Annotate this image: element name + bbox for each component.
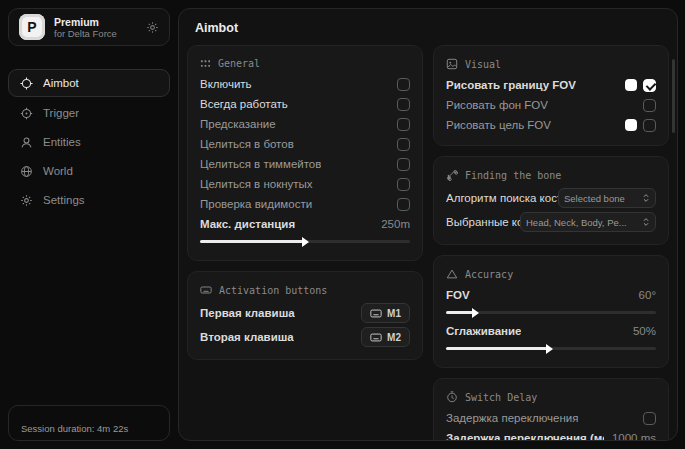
timer-icon <box>446 391 458 403</box>
setting-label: Макс. дистанция <box>200 218 295 230</box>
product-logo: P <box>19 14 45 40</box>
setting-row: Алгоритм поиска костей Selected bone <box>446 186 656 210</box>
sidebar-item-label: Settings <box>43 194 85 206</box>
setting-label: Включить <box>200 78 252 90</box>
setting-row: Предсказание <box>200 114 410 134</box>
target-bots-checkbox[interactable] <box>397 138 410 151</box>
enable-checkbox[interactable] <box>397 78 410 91</box>
setting-row: Первая клавиша M1 <box>200 301 410 325</box>
smoothing-slider[interactable] <box>446 347 656 350</box>
second-key-button[interactable]: M2 <box>361 327 410 347</box>
sidebar-item-label: World <box>43 165 73 177</box>
setting-label: Выбранные кости <box>446 216 520 228</box>
always-work-checkbox[interactable] <box>397 98 410 111</box>
chevron-updown-icon <box>642 193 650 203</box>
slider-fill <box>446 347 547 350</box>
keyboard-icon <box>200 284 212 296</box>
visibility-check-checkbox[interactable] <box>397 198 410 211</box>
setting-label: Рисовать цель FOV <box>446 119 551 131</box>
session-duration: Session duration: 4m 22s <box>8 405 170 441</box>
setting-row: Целиться в нокнутых <box>200 174 410 194</box>
switch-delay-card-title: Switch Delay <box>465 392 537 403</box>
slider-fill <box>200 240 303 243</box>
first-key-button[interactable]: M1 <box>361 303 410 323</box>
bone-card-title: Finding the bone <box>465 170 561 181</box>
activation-card-title: Activation buttons <box>219 285 327 296</box>
setting-row: Рисовать границу FOV <box>446 75 656 95</box>
page-title: Aimbot <box>179 9 677 43</box>
setting-row: Проверка видимости <box>200 194 410 214</box>
key-icon <box>370 333 382 342</box>
fov-border-color-swatch[interactable] <box>625 79 637 91</box>
image-icon <box>446 58 458 70</box>
setting-row: Выбранные кости Head, Neck, Body, Pe... <box>446 210 656 234</box>
sidebar-item-settings[interactable]: Settings <box>8 187 170 213</box>
selected-bones-select[interactable]: Head, Neck, Body, Pe... <box>520 212 656 232</box>
accuracy-card-title: Accuracy <box>465 269 513 280</box>
content-columns: General Включить Всегда работать Предска… <box>179 43 677 441</box>
select-value: Head, Neck, Body, Pe... <box>526 217 627 228</box>
setting-label: Задержка переключения (мс) <box>446 432 604 441</box>
header-gear-icon[interactable] <box>146 21 159 34</box>
setting-label: Сглаживание <box>446 325 521 337</box>
app-window: P Premium for Delta Force Category <box>0 0 685 449</box>
key-value: M2 <box>387 332 401 343</box>
setting-label: Рисовать границу FOV <box>446 79 576 91</box>
target-knocked-checkbox[interactable] <box>397 178 410 191</box>
general-card-title: General <box>218 58 260 69</box>
chevron-updown-icon <box>642 217 650 227</box>
setting-row: Рисовать фон FOV <box>446 95 656 115</box>
select-value: Selected bone <box>564 193 625 204</box>
setting-label: Задержка переключения <box>446 412 578 424</box>
activation-card: Activation buttons Первая клавиша M1 Вто… <box>187 271 423 360</box>
sidebar-item-label: Entities <box>43 136 81 148</box>
product-logo-letter: P <box>27 19 36 35</box>
scrollbar[interactable] <box>672 59 675 133</box>
setting-label: Целиться в нокнутых <box>200 178 313 190</box>
key-value: M1 <box>387 308 401 319</box>
target-teammates-checkbox[interactable] <box>397 158 410 171</box>
setting-label: Предсказание <box>200 118 276 130</box>
sidebar-item-label: Trigger <box>43 107 79 119</box>
sidebar-item-aimbot[interactable]: Aimbot <box>8 69 170 97</box>
main-panel: Aimbot General Включи <box>178 8 678 441</box>
bone-card: Finding the bone Алгоритм поиска костей … <box>433 156 669 245</box>
sidebar-item-world[interactable]: World <box>8 158 170 184</box>
visual-card: Visual Рисовать границу FOV Рисовать фон… <box>433 45 669 146</box>
sidebar-nav: Aimbot Trigger Entities <box>0 66 178 216</box>
setting-row: Сглаживание 50% <box>446 321 656 341</box>
prediction-checkbox[interactable] <box>397 118 410 131</box>
switch-delay-card-header: Switch Delay <box>446 385 656 408</box>
globe-icon <box>20 165 33 178</box>
fov-target-color-swatch[interactable] <box>625 119 637 131</box>
draw-fov-target-checkbox[interactable] <box>643 119 656 132</box>
setting-row: Всегда работать <box>200 94 410 114</box>
gear-icon <box>20 194 33 207</box>
max-distance-value: 250m <box>373 218 410 230</box>
setting-label: Всегда работать <box>200 98 288 110</box>
sidebar-item-entities[interactable]: Entities <box>8 129 170 155</box>
session-duration-text: Session duration: 4m 22s <box>21 423 128 434</box>
fov-slider[interactable] <box>446 311 656 314</box>
key-icon <box>370 309 382 318</box>
general-card-header: General <box>200 52 410 74</box>
bone-algorithm-select[interactable]: Selected bone <box>558 188 656 208</box>
draw-fov-border-checkbox[interactable] <box>643 79 656 92</box>
accuracy-card: Accuracy FOV 60° Сглаживание 50% <box>433 255 669 368</box>
activation-card-header: Activation buttons <box>200 278 410 301</box>
switch-delay-checkbox[interactable] <box>643 412 656 425</box>
grid-icon <box>200 58 211 69</box>
setting-row: Целиться в ботов <box>200 134 410 154</box>
visual-card-title: Visual <box>465 59 501 70</box>
draw-fov-background-checkbox[interactable] <box>643 99 656 112</box>
crosshair-icon <box>20 77 33 90</box>
switch-delay-card: Switch Delay Задержка переключения Задер… <box>433 378 669 441</box>
fov-value: 60° <box>631 289 656 301</box>
setting-row: FOV 60° <box>446 285 656 305</box>
entities-icon <box>20 136 33 149</box>
setting-label: Проверка видимости <box>200 198 312 210</box>
bone-card-header: Finding the bone <box>446 163 656 186</box>
max-distance-slider[interactable] <box>200 240 410 243</box>
sidebar-item-trigger[interactable]: Trigger <box>8 100 170 126</box>
setting-row: Задержка переключения <box>446 408 656 428</box>
